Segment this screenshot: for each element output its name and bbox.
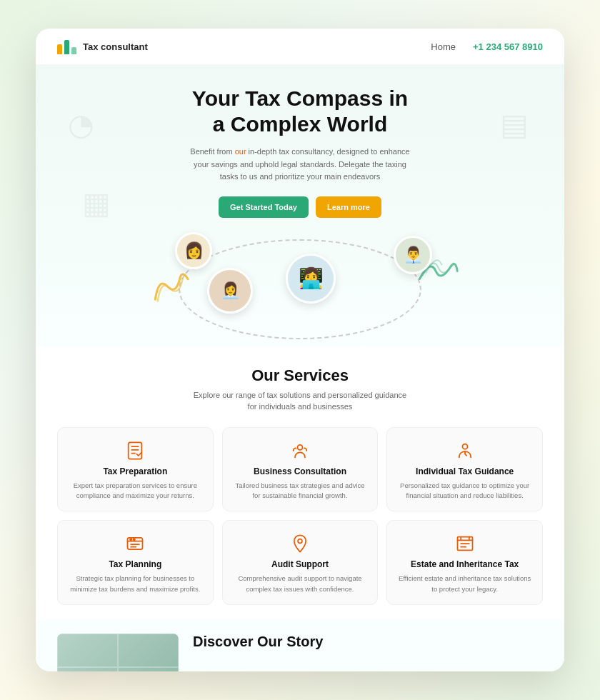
svg-rect-0 bbox=[129, 442, 142, 459]
hero-section: ◔ ▦ ▤ Your Tax Compass in a Complex Worl… bbox=[36, 64, 564, 346]
service-title-5: Estate and Inheritance Tax bbox=[397, 559, 532, 569]
avatar-2: 👩‍💼 bbox=[207, 268, 253, 314]
svg-point-4 bbox=[297, 445, 302, 450]
estate-icon bbox=[455, 534, 475, 554]
hero-subtitle: Benefit from our in-depth tax consultanc… bbox=[186, 146, 414, 184]
nav-phone: +1 234 567 8910 bbox=[473, 41, 543, 52]
service-title-2: Individual Tax Guidance bbox=[397, 466, 532, 476]
discover-section: Discover Our Story bbox=[36, 619, 564, 671]
service-card-estate: Estate and Inheritance Tax Efficient est… bbox=[386, 520, 543, 605]
hero-visual: 👩 👩‍💼 👩‍💻 👨‍💼 bbox=[50, 232, 550, 332]
service-desc-0: Expert tax preparation services to ensur… bbox=[68, 481, 203, 501]
nav-home-link[interactable]: Home bbox=[431, 41, 456, 52]
avatar-1: 👩 bbox=[175, 232, 212, 269]
svg-point-12 bbox=[298, 539, 302, 544]
services-title: Our Services bbox=[57, 366, 543, 385]
service-title-4: Audit Support bbox=[233, 559, 368, 569]
service-desc-4: Comprehensive audit support to navigate … bbox=[233, 574, 368, 594]
business-consult-icon bbox=[290, 441, 310, 461]
services-subtitle: Explore our range of tax solutions and p… bbox=[193, 389, 407, 413]
bg-bar-icon: ▦ bbox=[82, 186, 111, 221]
tax-planning-icon bbox=[125, 534, 145, 554]
logo-icon bbox=[57, 39, 77, 54]
service-desc-5: Efficient estate and inheritance tax sol… bbox=[397, 574, 532, 594]
discover-image bbox=[57, 634, 179, 671]
bg-chart-icon: ◔ bbox=[68, 107, 94, 142]
service-title-3: Tax Planning bbox=[68, 559, 203, 569]
service-card-audit: Audit Support Comprehensive audit suppor… bbox=[222, 520, 379, 605]
services-section: Our Services Explore our range of tax so… bbox=[36, 346, 564, 619]
hero-buttons: Get Started Today Learn more bbox=[50, 196, 550, 218]
discover-title: Discover Our Story bbox=[193, 634, 543, 650]
tax-prep-icon bbox=[125, 441, 145, 461]
get-started-button[interactable]: Get Started Today bbox=[219, 196, 309, 218]
service-card-business-consultation: Business Consultation Tailored business … bbox=[222, 427, 379, 512]
individual-tax-icon bbox=[455, 441, 475, 461]
service-card-tax-preparation: Tax Preparation Expert tax preparation s… bbox=[57, 427, 214, 512]
logo: Tax consultant bbox=[57, 39, 148, 54]
services-grid: Tax Preparation Expert tax preparation s… bbox=[57, 427, 543, 605]
service-desc-1: Tailored business tax strategies and adv… bbox=[233, 481, 368, 501]
discover-text: Discover Our Story bbox=[193, 634, 543, 653]
service-card-individual-tax: Individual Tax Guidance Personalized tax… bbox=[386, 427, 543, 512]
avatar-4: 👨‍💼 bbox=[394, 236, 432, 274]
service-desc-2: Personalized tax guidance to optimize yo… bbox=[397, 481, 532, 501]
svg-point-8 bbox=[130, 539, 131, 540]
svg-point-9 bbox=[134, 539, 135, 540]
svg-point-5 bbox=[462, 444, 467, 449]
squiggle-left bbox=[147, 268, 195, 309]
logo-text: Tax consultant bbox=[83, 41, 148, 52]
audit-icon bbox=[290, 534, 310, 554]
learn-more-button[interactable]: Learn more bbox=[316, 196, 381, 218]
service-desc-3: Strategic tax planning for businesses to… bbox=[68, 574, 203, 594]
avatar-3: 👩‍💻 bbox=[286, 254, 336, 304]
navbar: Tax consultant Home +1 234 567 8910 bbox=[36, 29, 564, 64]
service-card-tax-planning: Tax Planning Strategic tax planning for … bbox=[57, 520, 214, 605]
hero-title: Your Tax Compass in a Complex World bbox=[50, 86, 550, 137]
nav-right: Home +1 234 567 8910 bbox=[431, 41, 543, 52]
service-title-1: Business Consultation bbox=[233, 466, 368, 476]
service-title-0: Tax Preparation bbox=[68, 466, 203, 476]
bg-doc-icon: ▤ bbox=[500, 107, 529, 142]
